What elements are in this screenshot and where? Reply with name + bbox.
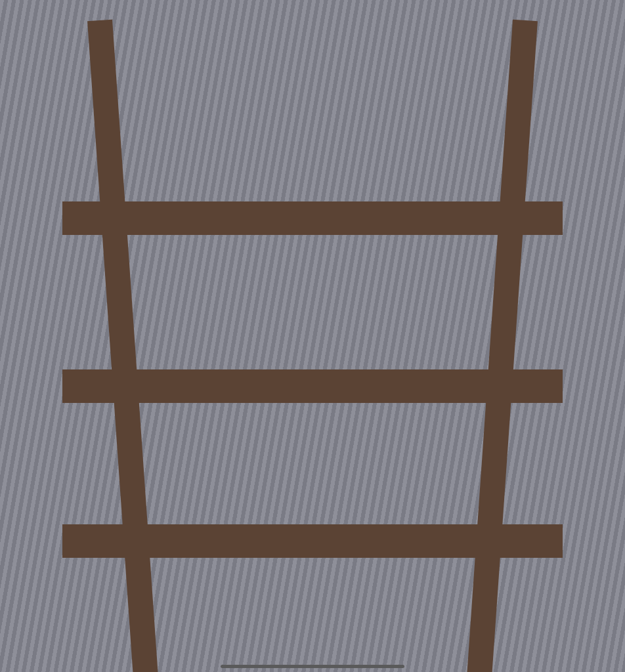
app-root: EV (0, 0, 625, 672)
camera-bottombar (312, 574, 625, 672)
last-photo-thumbnail[interactable] (357, 583, 393, 618)
home-indicator[interactable] (221, 665, 404, 668)
camera-pane: EV (312, 0, 625, 672)
thumb-content (357, 583, 393, 618)
